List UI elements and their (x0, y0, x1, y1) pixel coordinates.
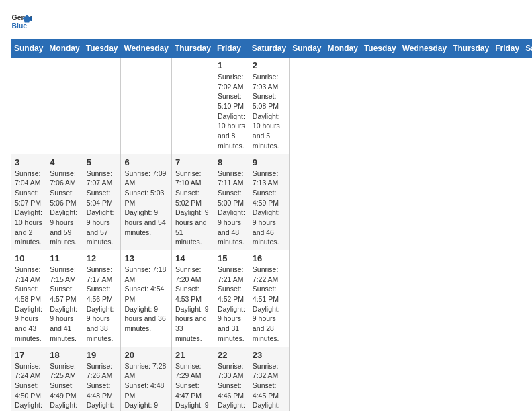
calendar-cell: 8Sunrise: 7:11 AM Sunset: 5:00 PM Daylig… (214, 154, 249, 250)
day-info: Sunrise: 7:24 AM Sunset: 4:50 PM Dayligh… (15, 361, 42, 412)
day-info: Sunrise: 7:26 AM Sunset: 4:48 PM Dayligh… (87, 361, 118, 412)
calendar-cell: 18Sunrise: 7:25 AM Sunset: 4:49 PM Dayli… (46, 347, 83, 411)
day-info: Sunrise: 7:20 AM Sunset: 4:53 PM Dayligh… (175, 265, 210, 344)
day-info: Sunrise: 7:13 AM Sunset: 4:59 PM Dayligh… (253, 169, 285, 248)
header-day-monday: Monday (46, 40, 83, 58)
calendar-cell: 13Sunrise: 7:18 AM Sunset: 4:54 PM Dayli… (121, 250, 171, 347)
day-info: Sunrise: 7:10 AM Sunset: 5:02 PM Dayligh… (175, 169, 210, 248)
day-number: 22 (218, 350, 245, 360)
day-info: Sunrise: 7:04 AM Sunset: 5:07 PM Dayligh… (15, 169, 42, 248)
day-info: Sunrise: 7:22 AM Sunset: 4:51 PM Dayligh… (253, 265, 285, 344)
day-number: 10 (15, 253, 42, 263)
calendar-cell (171, 58, 214, 154)
calendar-cell: 19Sunrise: 7:26 AM Sunset: 4:48 PM Dayli… (83, 347, 121, 411)
header-thursday: Thursday (450, 40, 492, 58)
header-friday: Friday (492, 40, 523, 58)
calendar-week-2: 3Sunrise: 7:04 AM Sunset: 5:07 PM Daylig… (11, 154, 533, 250)
calendar-cell: 3Sunrise: 7:04 AM Sunset: 5:07 PM Daylig… (11, 154, 46, 250)
day-info: Sunrise: 7:14 AM Sunset: 4:58 PM Dayligh… (15, 265, 42, 344)
day-number: 13 (124, 253, 167, 263)
day-info: Sunrise: 7:11 AM Sunset: 5:00 PM Dayligh… (218, 169, 245, 248)
calendar-cell: 23Sunrise: 7:32 AM Sunset: 4:45 PM Dayli… (249, 347, 289, 411)
calendar-header-row: SundayMondayTuesdayWednesdayThursdayFrid… (11, 40, 533, 58)
day-info: Sunrise: 7:28 AM Sunset: 4:48 PM Dayligh… (124, 361, 167, 412)
day-number: 14 (175, 253, 210, 263)
day-number: 1 (218, 60, 245, 71)
header-day-wednesday: Wednesday (121, 40, 171, 58)
day-number: 23 (253, 350, 285, 360)
day-number: 16 (253, 253, 285, 263)
day-number: 17 (15, 350, 42, 360)
calendar-cell: 10Sunrise: 7:14 AM Sunset: 4:58 PM Dayli… (11, 250, 46, 347)
calendar-week-1: 1Sunrise: 7:02 AM Sunset: 5:10 PM Daylig… (11, 58, 533, 154)
calendar-cell: 2Sunrise: 7:03 AM Sunset: 5:08 PM Daylig… (249, 58, 289, 154)
day-number: 12 (87, 253, 118, 263)
day-number: 15 (218, 253, 245, 263)
day-info: Sunrise: 7:29 AM Sunset: 4:47 PM Dayligh… (175, 361, 210, 412)
svg-text:Blue: Blue (12, 22, 28, 30)
calendar-cell (11, 58, 46, 154)
day-info: Sunrise: 7:32 AM Sunset: 4:45 PM Dayligh… (253, 361, 285, 412)
day-info: Sunrise: 7:18 AM Sunset: 4:54 PM Dayligh… (124, 265, 167, 334)
day-info: Sunrise: 7:17 AM Sunset: 4:56 PM Dayligh… (87, 265, 118, 344)
day-info: Sunrise: 7:03 AM Sunset: 5:08 PM Dayligh… (253, 72, 285, 151)
calendar-cell: 5Sunrise: 7:07 AM Sunset: 5:04 PM Daylig… (83, 154, 121, 250)
header-day-saturday: Saturday (249, 40, 289, 58)
calendar-cell: 15Sunrise: 7:21 AM Sunset: 4:52 PM Dayli… (214, 250, 249, 347)
day-info: Sunrise: 7:15 AM Sunset: 4:57 PM Dayligh… (50, 265, 79, 344)
calendar-cell: 6Sunrise: 7:09 AM Sunset: 5:03 PM Daylig… (121, 154, 171, 250)
day-info: Sunrise: 7:09 AM Sunset: 5:03 PM Dayligh… (124, 169, 167, 238)
day-number: 21 (175, 350, 210, 360)
calendar-cell: 9Sunrise: 7:13 AM Sunset: 4:59 PM Daylig… (249, 154, 289, 250)
header-day-thursday: Thursday (171, 40, 214, 58)
header-day-friday: Friday (214, 40, 249, 58)
day-number: 7 (175, 157, 210, 167)
calendar-week-3: 10Sunrise: 7:14 AM Sunset: 4:58 PM Dayli… (11, 250, 533, 347)
calendar-cell: 20Sunrise: 7:28 AM Sunset: 4:48 PM Dayli… (121, 347, 171, 411)
header-wednesday: Wednesday (399, 40, 449, 58)
day-number: 11 (50, 253, 79, 263)
day-number: 19 (87, 350, 118, 360)
calendar-table: SundayMondayTuesdayWednesdayThursdayFrid… (11, 39, 532, 411)
calendar-cell: 14Sunrise: 7:20 AM Sunset: 4:53 PM Dayli… (171, 250, 214, 347)
day-info: Sunrise: 7:30 AM Sunset: 4:46 PM Dayligh… (218, 361, 245, 412)
header: General Blue (11, 11, 521, 32)
header-saturday: Saturday (523, 40, 532, 58)
calendar-cell: 16Sunrise: 7:22 AM Sunset: 4:51 PM Dayli… (249, 250, 289, 347)
header-tuesday: Tuesday (361, 40, 399, 58)
calendar-cell: 1Sunrise: 7:02 AM Sunset: 5:10 PM Daylig… (214, 58, 249, 154)
day-number: 6 (124, 157, 167, 167)
calendar-cell (83, 58, 121, 154)
day-number: 9 (253, 157, 285, 167)
day-info: Sunrise: 7:25 AM Sunset: 4:49 PM Dayligh… (50, 361, 79, 412)
calendar-cell: 21Sunrise: 7:29 AM Sunset: 4:47 PM Dayli… (171, 347, 214, 411)
day-number: 2 (253, 60, 285, 71)
calendar-cell: 12Sunrise: 7:17 AM Sunset: 4:56 PM Dayli… (83, 250, 121, 347)
day-number: 4 (50, 157, 79, 167)
header-sunday: Sunday (290, 40, 324, 58)
day-number: 3 (15, 157, 42, 167)
calendar-week-4: 17Sunrise: 7:24 AM Sunset: 4:50 PM Dayli… (11, 347, 533, 411)
day-number: 5 (87, 157, 118, 167)
header-day-sunday: Sunday (11, 40, 46, 58)
calendar-cell: 4Sunrise: 7:06 AM Sunset: 5:06 PM Daylig… (46, 154, 83, 250)
calendar-cell (121, 58, 171, 154)
calendar-cell: 11Sunrise: 7:15 AM Sunset: 4:57 PM Dayli… (46, 250, 83, 347)
logo: General Blue (11, 11, 35, 32)
calendar-cell: 17Sunrise: 7:24 AM Sunset: 4:50 PM Dayli… (11, 347, 46, 411)
calendar-cell (46, 58, 83, 154)
day-info: Sunrise: 7:21 AM Sunset: 4:52 PM Dayligh… (218, 265, 245, 344)
day-number: 20 (124, 350, 167, 360)
calendar-cell: 22Sunrise: 7:30 AM Sunset: 4:46 PM Dayli… (214, 347, 249, 411)
header-monday: Monday (324, 40, 361, 58)
day-number: 18 (50, 350, 79, 360)
header-day-tuesday: Tuesday (83, 40, 121, 58)
day-info: Sunrise: 7:06 AM Sunset: 5:06 PM Dayligh… (50, 169, 79, 248)
day-number: 8 (218, 157, 245, 167)
day-info: Sunrise: 7:02 AM Sunset: 5:10 PM Dayligh… (218, 72, 245, 151)
day-info: Sunrise: 7:07 AM Sunset: 5:04 PM Dayligh… (87, 169, 118, 248)
logo-icon: General Blue (11, 11, 32, 32)
calendar-cell: 7Sunrise: 7:10 AM Sunset: 5:02 PM Daylig… (171, 154, 214, 250)
